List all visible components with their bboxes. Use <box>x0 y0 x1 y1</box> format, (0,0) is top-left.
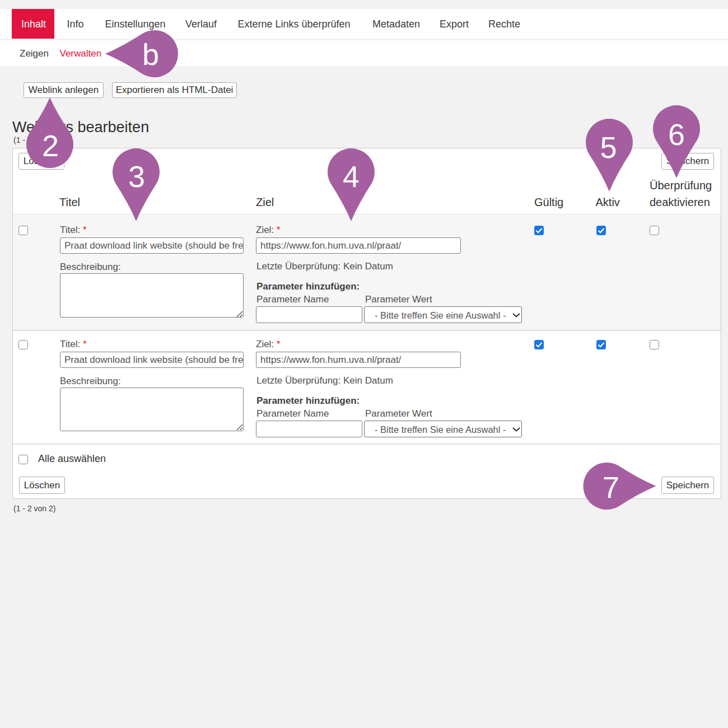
svg-text:5: 5 <box>600 130 617 164</box>
svg-text:7: 7 <box>603 470 619 504</box>
svg-text:4: 4 <box>343 160 360 193</box>
svg-text:3: 3 <box>128 160 145 193</box>
svg-text:6: 6 <box>668 118 685 151</box>
svg-text:2: 2 <box>42 129 59 162</box>
svg-text:b: b <box>142 38 159 71</box>
